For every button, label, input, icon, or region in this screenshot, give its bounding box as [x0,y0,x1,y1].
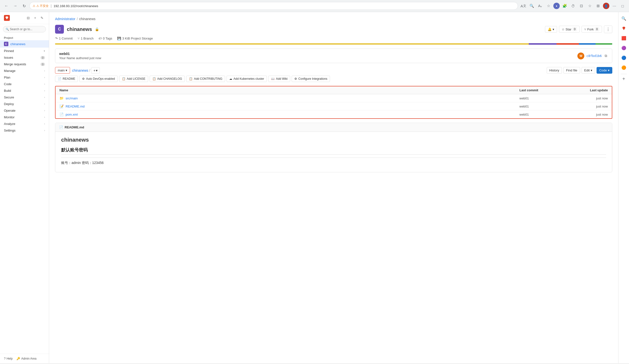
sidebar-item-chinanews[interactable]: C chinanews [0,40,49,48]
gitlab-logo[interactable] [4,15,10,21]
edit-button[interactable]: Edit ▾ [582,67,595,74]
sidebar-deploy-group[interactable]: Deploy › [0,101,49,107]
contributing-action[interactable]: 📋 Add CONTRIBUTING [186,76,225,82]
project-title: chinanews [67,26,92,32]
breadcrumb-parent[interactable]: Administrator [55,17,75,21]
file-row-readme[interactable]: 📝 README.md web01 just now [55,102,612,110]
bookmark-button[interactable]: ☆ [545,2,552,9]
wiki-action[interactable]: 📖 Add Wiki [268,76,290,82]
sidebar-item-issues[interactable]: Issues 0 [0,54,49,61]
code-label: Code [4,82,44,86]
code-button[interactable]: Code ▾ [597,67,612,74]
sidebar-search-area[interactable]: 🔍 Search or go to... [0,24,49,34]
branch-chevron: ▾ [66,69,67,72]
xml-file-icon: 📄 [59,112,64,116]
sidebar-operate-group[interactable]: Operate › [0,107,49,114]
branches-stat[interactable]: ⑂ 1 Branch [78,37,94,40]
profile-avatar[interactable]: 👤 [603,3,609,9]
project-section-label: Project [0,34,49,40]
read-mode-button[interactable]: Aᵥ [537,2,543,9]
progress-segment-4 [579,43,596,45]
sidebar-panel-toggle[interactable]: ⊟ [25,15,31,21]
commit-hash-area: W c8fbd1b6 ⧉ [577,53,608,59]
path-root[interactable]: chinanews [72,69,88,72]
sidebar-logo-area: ⊟ ＋ ✎ [0,12,49,24]
history-browser-button[interactable]: ⏱ [570,2,576,9]
back-button[interactable]: ← [3,2,10,9]
readme-file-icon: 📝 [59,104,64,108]
file-row-srcmain[interactable]: 📁 src/main web01 just now [55,94,612,102]
extensions-button[interactable]: 🧩 [561,2,568,9]
file-row-pomxml[interactable]: 📄 pom.xml web01 just now [55,110,612,118]
sidebar-plan-group[interactable]: Plan › [0,74,49,81]
fork-button[interactable]: ⑂ Fork 0 [582,26,602,33]
monitor-label: Monitor [4,115,44,119]
sidebar-manage-group[interactable]: Manage › [0,68,49,74]
sidebar-item-merge-requests[interactable]: Merge requests 0 [0,61,49,68]
edit-chevron: ▾ [591,69,592,72]
favorites-button[interactable]: ☆ [586,2,593,9]
devops-icon: ⚙ [82,77,85,81]
sidebar-settings-group[interactable]: Settings › [0,127,49,134]
commits-count: 1 Commit [59,37,73,40]
help-link[interactable]: ? Help [4,357,12,360]
update-column-header: Last update [569,88,608,92]
bell-chevron: ▾ [553,27,554,31]
sidebar-build-group[interactable]: Build › [0,87,49,94]
new-tab-button[interactable]: □ [619,2,626,9]
issues-count: 0 [40,56,45,59]
more-actions-button[interactable]: ⋮ [604,25,612,33]
storage-size: 3 KiB Project Storage [122,37,153,40]
copy-hash-button[interactable]: ⧉ [604,53,608,58]
file-commit-readme: web01 [519,104,569,108]
sidebar-monitor-group[interactable]: Monitor › [0,114,49,120]
search-input[interactable]: 🔍 Search or go to... [3,26,46,32]
profile-button[interactable]: ● [553,3,560,9]
manage-label: Manage [4,69,44,73]
license-action[interactable]: 📋 Add LICENSE [119,76,148,82]
commit-hash[interactable]: c8fbd1b6 [586,54,602,58]
sidebar-secure-group[interactable]: Secure › [0,94,49,101]
branch-selector[interactable]: main ▾ [55,67,70,74]
file-name-readme: 📝 README.md [59,104,519,108]
address-bar[interactable]: ⚠ ⚠ 不安全 | 192.168.93.102/root/chinanews [29,2,518,10]
right-panel-red[interactable]: 🟥 [620,34,628,42]
devops-action[interactable]: ⚙ Auto DevOps enabled [79,76,118,82]
edit-label: Edit [584,69,590,72]
right-panel-add[interactable]: + [622,76,625,82]
right-panel-gitlab[interactable] [620,24,628,33]
integrations-action[interactable]: ⚙ Configure Integrations [292,76,330,82]
progress-segment-2 [529,43,557,45]
devops-label: Auto DevOps enabled [86,77,115,81]
search-page-button[interactable]: 🔍 [528,2,535,9]
split-view-button[interactable]: ⊡ [578,2,585,9]
right-panel-search[interactable]: 🔍 [620,14,628,23]
sidebar-analyze-group[interactable]: Analyze › [0,120,49,127]
translate-button[interactable]: A文 [520,2,527,9]
right-panel-purple[interactable]: 🟣 [620,43,628,52]
sidebar-pinned-group[interactable]: Pinned ▾ [0,48,49,54]
pinned-label: Pinned [4,49,44,53]
star-button[interactable]: ☆ Star 0 [559,26,580,33]
tags-stat[interactable]: 🏷 0 Tags [99,37,112,40]
sidebar-menu[interactable]: ✎ [39,15,45,21]
right-panel-orange[interactable]: 🟠 [620,63,628,72]
kubernetes-action[interactable]: ☁ Add Kubernetes cluster [227,76,267,82]
admin-area-link[interactable]: 🔑 Admin Area [16,357,36,360]
more-button[interactable]: ⋯ [611,2,618,9]
history-button[interactable]: History [547,67,562,74]
changelog-action[interactable]: 📋 Add CHANGELOG [150,76,185,82]
right-panel-blue[interactable]: 🔵 [620,53,628,62]
readme-action[interactable]: 📄 README [55,76,78,82]
notifications-button[interactable]: 🔔 ▾ [545,26,557,33]
commits-stat[interactable]: ↷ 1 Commit [55,37,73,40]
license-label: Add LICENSE [127,77,146,81]
sidebar-code-group[interactable]: Code › [0,81,49,87]
path-add-button[interactable]: + ▾ [91,67,100,74]
folder-icon: 📁 [59,96,64,100]
collections-button[interactable]: ⊞ [595,2,602,9]
find-file-button[interactable]: Find file [563,67,580,74]
forward-button[interactable]: → [12,2,19,9]
sidebar-new-item[interactable]: ＋ [32,15,38,21]
refresh-button[interactable]: ↻ [21,2,27,9]
